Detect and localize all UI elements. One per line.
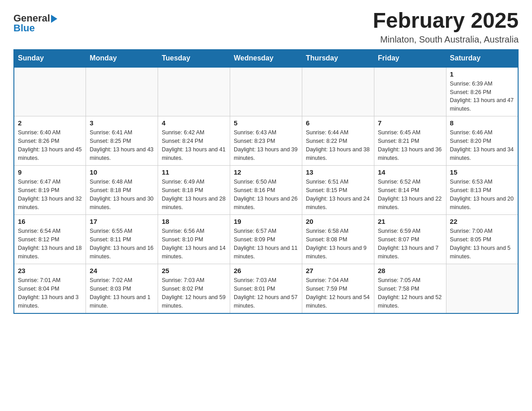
calendar-cell: 14Sunrise: 6:52 AMSunset: 8:14 PMDayligh…: [374, 166, 446, 215]
logo-text-general: General: [13, 13, 50, 23]
calendar-table: SundayMondayTuesdayWednesdayThursdayFrid…: [13, 49, 519, 314]
logo: General Blue: [13, 13, 57, 33]
day-number: 20: [306, 218, 370, 225]
calendar-cell: 13Sunrise: 6:51 AMSunset: 8:15 PMDayligh…: [302, 166, 374, 215]
day-number: 16: [18, 218, 82, 225]
day-info: Sunrise: 7:00 AMSunset: 8:05 PMDaylight:…: [450, 227, 514, 261]
calendar-week-row: 16Sunrise: 6:54 AMSunset: 8:12 PMDayligh…: [14, 215, 518, 264]
calendar-week-row: 23Sunrise: 7:01 AMSunset: 8:04 PMDayligh…: [14, 264, 518, 313]
day-info: Sunrise: 6:51 AMSunset: 8:15 PMDaylight:…: [306, 178, 370, 211]
calendar-header-row: SundayMondayTuesdayWednesdayThursdayFrid…: [14, 49, 518, 67]
day-info: Sunrise: 6:46 AMSunset: 8:20 PMDaylight:…: [450, 128, 514, 162]
day-number: 28: [378, 267, 442, 274]
day-number: 21: [378, 218, 442, 225]
day-info: Sunrise: 7:01 AMSunset: 8:04 PMDaylight:…: [18, 276, 82, 310]
calendar-cell: 22Sunrise: 7:00 AMSunset: 8:05 PMDayligh…: [446, 215, 518, 264]
day-info: Sunrise: 7:02 AMSunset: 8:03 PMDaylight:…: [90, 276, 154, 310]
day-info: Sunrise: 7:03 AMSunset: 8:02 PMDaylight:…: [162, 276, 226, 310]
day-info: Sunrise: 6:43 AMSunset: 8:23 PMDaylight:…: [234, 128, 298, 162]
calendar-title: February 2025: [373, 9, 519, 33]
calendar-cell: [302, 67, 374, 116]
day-info: Sunrise: 6:54 AMSunset: 8:12 PMDaylight:…: [18, 227, 82, 261]
calendar-cell: 26Sunrise: 7:03 AMSunset: 8:01 PMDayligh…: [230, 264, 302, 313]
day-info: Sunrise: 6:44 AMSunset: 8:22 PMDaylight:…: [306, 128, 370, 162]
page-header: General Blue February 2025 Minlaton, Sou…: [13, 9, 519, 45]
day-info: Sunrise: 7:03 AMSunset: 8:01 PMDaylight:…: [234, 276, 298, 310]
day-number: 25: [162, 267, 226, 274]
day-number: 19: [234, 218, 298, 225]
day-of-week-header: Tuesday: [158, 49, 230, 67]
calendar-cell: 5Sunrise: 6:43 AMSunset: 8:23 PMDaylight…: [230, 116, 302, 166]
calendar-week-row: 1Sunrise: 6:39 AMSunset: 8:26 PMDaylight…: [14, 67, 518, 116]
day-number: 15: [450, 168, 514, 176]
day-number: 22: [450, 218, 514, 225]
day-number: 9: [18, 168, 82, 176]
day-of-week-header: Wednesday: [230, 49, 302, 67]
day-number: 2: [18, 119, 82, 127]
title-block: February 2025 Minlaton, South Australia,…: [373, 9, 519, 45]
day-info: Sunrise: 6:50 AMSunset: 8:16 PMDaylight:…: [234, 178, 298, 211]
calendar-cell: 19Sunrise: 6:57 AMSunset: 8:09 PMDayligh…: [230, 215, 302, 264]
day-info: Sunrise: 6:42 AMSunset: 8:24 PMDaylight:…: [162, 128, 226, 162]
day-number: 17: [90, 218, 154, 225]
calendar-cell: 17Sunrise: 6:55 AMSunset: 8:11 PMDayligh…: [86, 215, 158, 264]
day-info: Sunrise: 6:48 AMSunset: 8:18 PMDaylight:…: [90, 178, 154, 211]
calendar-cell: 21Sunrise: 6:59 AMSunset: 8:07 PMDayligh…: [374, 215, 446, 264]
day-info: Sunrise: 7:05 AMSunset: 7:58 PMDaylight:…: [378, 276, 442, 310]
day-number: 7: [378, 119, 442, 127]
calendar-cell: 3Sunrise: 6:41 AMSunset: 8:25 PMDaylight…: [86, 116, 158, 166]
day-of-week-header: Friday: [374, 49, 446, 67]
day-number: 3: [90, 119, 154, 127]
calendar-week-row: 2Sunrise: 6:40 AMSunset: 8:26 PMDaylight…: [14, 116, 518, 166]
day-info: Sunrise: 6:57 AMSunset: 8:09 PMDaylight:…: [234, 227, 298, 261]
calendar-cell: [230, 67, 302, 116]
logo-arrow-icon: [50, 14, 57, 23]
day-of-week-header: Sunday: [14, 49, 86, 67]
calendar-cell: 6Sunrise: 6:44 AMSunset: 8:22 PMDaylight…: [302, 116, 374, 166]
day-number: 8: [450, 119, 514, 127]
logo-text-blue: Blue: [13, 22, 35, 34]
calendar-cell: 28Sunrise: 7:05 AMSunset: 7:58 PMDayligh…: [374, 264, 446, 313]
calendar-cell: 1Sunrise: 6:39 AMSunset: 8:26 PMDaylight…: [446, 67, 518, 116]
day-info: Sunrise: 6:39 AMSunset: 8:26 PMDaylight:…: [450, 80, 514, 113]
day-number: 23: [18, 267, 82, 274]
calendar-subtitle: Minlaton, South Australia, Australia: [373, 34, 519, 45]
day-number: 13: [306, 168, 370, 176]
calendar-cell: 10Sunrise: 6:48 AMSunset: 8:18 PMDayligh…: [86, 166, 158, 215]
day-number: 27: [306, 267, 370, 274]
calendar-cell: 8Sunrise: 6:46 AMSunset: 8:20 PMDaylight…: [446, 116, 518, 166]
day-info: Sunrise: 6:49 AMSunset: 8:18 PMDaylight:…: [162, 178, 226, 211]
day-info: Sunrise: 6:52 AMSunset: 8:14 PMDaylight:…: [378, 178, 442, 211]
day-info: Sunrise: 7:04 AMSunset: 7:59 PMDaylight:…: [306, 276, 370, 310]
calendar-cell: 4Sunrise: 6:42 AMSunset: 8:24 PMDaylight…: [158, 116, 230, 166]
day-number: 6: [306, 119, 370, 127]
calendar-cell: [446, 264, 518, 313]
calendar-cell: 15Sunrise: 6:53 AMSunset: 8:13 PMDayligh…: [446, 166, 518, 215]
calendar-cell: 23Sunrise: 7:01 AMSunset: 8:04 PMDayligh…: [14, 264, 86, 313]
day-number: 11: [162, 168, 226, 176]
day-number: 12: [234, 168, 298, 176]
day-info: Sunrise: 6:58 AMSunset: 8:08 PMDaylight:…: [306, 227, 370, 261]
day-info: Sunrise: 6:53 AMSunset: 8:13 PMDaylight:…: [450, 178, 514, 211]
day-of-week-header: Saturday: [446, 49, 518, 67]
day-info: Sunrise: 6:59 AMSunset: 8:07 PMDaylight:…: [378, 227, 442, 261]
calendar-cell: 9Sunrise: 6:47 AMSunset: 8:19 PMDaylight…: [14, 166, 86, 215]
day-of-week-header: Thursday: [302, 49, 374, 67]
day-info: Sunrise: 6:55 AMSunset: 8:11 PMDaylight:…: [90, 227, 154, 261]
day-info: Sunrise: 6:56 AMSunset: 8:10 PMDaylight:…: [162, 227, 226, 261]
calendar-cell: [14, 67, 86, 116]
calendar-cell: 25Sunrise: 7:03 AMSunset: 8:02 PMDayligh…: [158, 264, 230, 313]
day-number: 26: [234, 267, 298, 274]
calendar-cell: 12Sunrise: 6:50 AMSunset: 8:16 PMDayligh…: [230, 166, 302, 215]
calendar-cell: 24Sunrise: 7:02 AMSunset: 8:03 PMDayligh…: [86, 264, 158, 313]
calendar-cell: [86, 67, 158, 116]
day-number: 24: [90, 267, 154, 274]
calendar-cell: 11Sunrise: 6:49 AMSunset: 8:18 PMDayligh…: [158, 166, 230, 215]
day-info: Sunrise: 6:45 AMSunset: 8:21 PMDaylight:…: [378, 128, 442, 162]
day-of-week-header: Monday: [86, 49, 158, 67]
day-number: 14: [378, 168, 442, 176]
calendar-cell: 16Sunrise: 6:54 AMSunset: 8:12 PMDayligh…: [14, 215, 86, 264]
calendar-cell: 20Sunrise: 6:58 AMSunset: 8:08 PMDayligh…: [302, 215, 374, 264]
calendar-cell: [158, 67, 230, 116]
calendar-cell: 27Sunrise: 7:04 AMSunset: 7:59 PMDayligh…: [302, 264, 374, 313]
